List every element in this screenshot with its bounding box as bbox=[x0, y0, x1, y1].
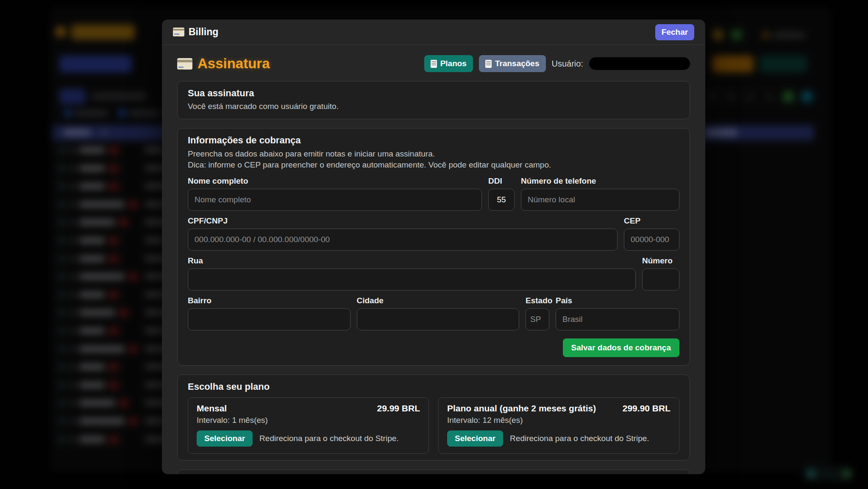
form-row-street: Rua Número bbox=[188, 251, 679, 291]
modal-title-text: Billing bbox=[189, 26, 218, 38]
district-field-group: Bairro bbox=[188, 291, 351, 330]
cpf-cnpj-field-group: CPF/CNPJ bbox=[188, 211, 618, 251]
form-row-address: Bairro Cidade Estado País bbox=[188, 291, 679, 330]
city-input[interactable] bbox=[357, 308, 520, 330]
plan-top: Mensal 29.99 BRL bbox=[197, 403, 420, 414]
modal-title: Billing bbox=[173, 26, 218, 38]
plan-name: Mensal bbox=[197, 403, 227, 414]
cep-label: CEP bbox=[624, 216, 679, 226]
voucher-card: Voucher bbox=[177, 469, 690, 474]
modal-header: Billing Fechar bbox=[162, 20, 705, 45]
cep-input[interactable] bbox=[624, 229, 679, 251]
billing-modal: Billing Fechar Assinatura Planos Tran bbox=[162, 20, 705, 474]
cep-field-group: CEP bbox=[624, 211, 679, 251]
user-label: Usuário: bbox=[552, 59, 583, 69]
save-billing-button[interactable]: Salvar dados de cobrança bbox=[563, 338, 680, 357]
close-button[interactable]: Fechar bbox=[655, 24, 694, 40]
number-label: Número bbox=[642, 256, 679, 265]
street-input[interactable] bbox=[188, 268, 636, 291]
plans-tab-button[interactable]: Planos bbox=[424, 55, 473, 72]
cpf-cnpj-label: CPF/CNPJ bbox=[188, 216, 618, 226]
district-label: Bairro bbox=[188, 296, 351, 305]
subscription-status: Você está marcado como usuário gratuito. bbox=[188, 101, 679, 112]
phone-field-group: Número de telefone bbox=[521, 171, 679, 211]
cpf-cnpj-input[interactable] bbox=[188, 229, 618, 251]
subscription-card: Sua assinatura Você está marcado como us… bbox=[177, 81, 690, 119]
transactions-tab-button[interactable]: Transações bbox=[479, 55, 546, 72]
plan-price: 299.90 BRL bbox=[623, 403, 670, 414]
billing-info-hint: Dica: informe o CEP para preencher o end… bbox=[188, 159, 679, 171]
state-label: Estado bbox=[526, 296, 549, 305]
receipt-icon bbox=[431, 60, 437, 68]
street-label: Rua bbox=[188, 256, 636, 265]
country-label: País bbox=[556, 296, 679, 305]
credit-card-icon bbox=[177, 58, 192, 70]
plan-note: Redireciona para o checkout do Stripe. bbox=[510, 434, 649, 443]
plan-note: Redireciona para o checkout do Stripe. bbox=[259, 434, 398, 443]
ddi-input[interactable] bbox=[488, 189, 515, 211]
modal-body: Assinatura Planos Transações Usuário: bbox=[162, 45, 705, 474]
form-actions: Salvar dados de cobrança bbox=[188, 338, 679, 357]
plans-tab-label: Planos bbox=[440, 59, 467, 68]
state-field-group: Estado bbox=[526, 291, 549, 330]
country-input[interactable] bbox=[556, 308, 679, 330]
ddi-label: DDI bbox=[488, 176, 515, 186]
screen: Billing Fechar Assinatura Planos Tran bbox=[0, 0, 868, 489]
form-row-document-cep: CPF/CNPJ CEP bbox=[188, 211, 679, 251]
plan-interval: Intervalo: 1 mês(es) bbox=[197, 416, 420, 425]
plans-row: Mensal 29.99 BRL Intervalo: 1 mês(es) Se… bbox=[188, 397, 679, 454]
plans-card: Escolha seu plano Mensal 29.99 BRL Inter… bbox=[177, 374, 690, 461]
select-plan-button[interactable]: Selecionar bbox=[447, 430, 503, 447]
plan-card-annual: Plano anual (ganhe 2 meses grátis) 299.9… bbox=[438, 397, 679, 454]
full-name-input[interactable] bbox=[188, 189, 482, 211]
phone-input[interactable] bbox=[521, 189, 679, 211]
receipt-icon bbox=[485, 60, 492, 68]
credit-card-icon bbox=[173, 28, 184, 36]
select-plan-button[interactable]: Selecionar bbox=[197, 430, 253, 447]
user-value-redacted bbox=[589, 57, 690, 70]
plan-top: Plano anual (ganhe 2 meses grátis) 299.9… bbox=[447, 403, 670, 414]
form-row-name-phone: Nome completo DDI Número de telefone bbox=[188, 171, 679, 211]
district-input[interactable] bbox=[188, 308, 351, 330]
state-input[interactable] bbox=[526, 308, 549, 330]
toolbar: Assinatura Planos Transações Usuário: bbox=[177, 55, 690, 72]
toolbar-right: Planos Transações Usuário: bbox=[424, 55, 690, 72]
billing-info-description: Preencha os dados abaixo para emitir not… bbox=[188, 148, 679, 160]
number-field-group: Número bbox=[642, 251, 679, 291]
subscription-heading: Sua assinatura bbox=[188, 88, 679, 99]
plan-actions: Selecionar Redireciona para o checkout d… bbox=[197, 430, 420, 447]
transactions-tab-label: Transações bbox=[495, 59, 540, 68]
full-name-label: Nome completo bbox=[188, 176, 482, 186]
page-title-text: Assinatura bbox=[198, 56, 270, 72]
billing-info-card: Informações de cobrança Preencha os dado… bbox=[177, 128, 690, 366]
full-name-field-group: Nome completo bbox=[188, 171, 482, 211]
country-field-group: País bbox=[556, 291, 679, 330]
city-label: Cidade bbox=[357, 296, 520, 305]
number-input[interactable] bbox=[642, 268, 679, 291]
plans-heading: Escolha seu plano bbox=[188, 381, 679, 392]
city-field-group: Cidade bbox=[357, 291, 520, 330]
plan-price: 29.99 BRL bbox=[377, 403, 420, 414]
street-field-group: Rua bbox=[188, 251, 636, 291]
plan-name: Plano anual (ganhe 2 meses grátis) bbox=[447, 403, 596, 414]
plan-actions: Selecionar Redireciona para o checkout d… bbox=[447, 430, 670, 447]
plan-card-monthly: Mensal 29.99 BRL Intervalo: 1 mês(es) Se… bbox=[188, 397, 429, 454]
ddi-field-group: DDI bbox=[488, 171, 515, 211]
billing-info-heading: Informações de cobrança bbox=[188, 135, 679, 146]
phone-label: Número de telefone bbox=[521, 176, 679, 186]
page-title: Assinatura bbox=[177, 56, 270, 72]
plan-interval: Intervalo: 12 mês(es) bbox=[447, 416, 670, 425]
